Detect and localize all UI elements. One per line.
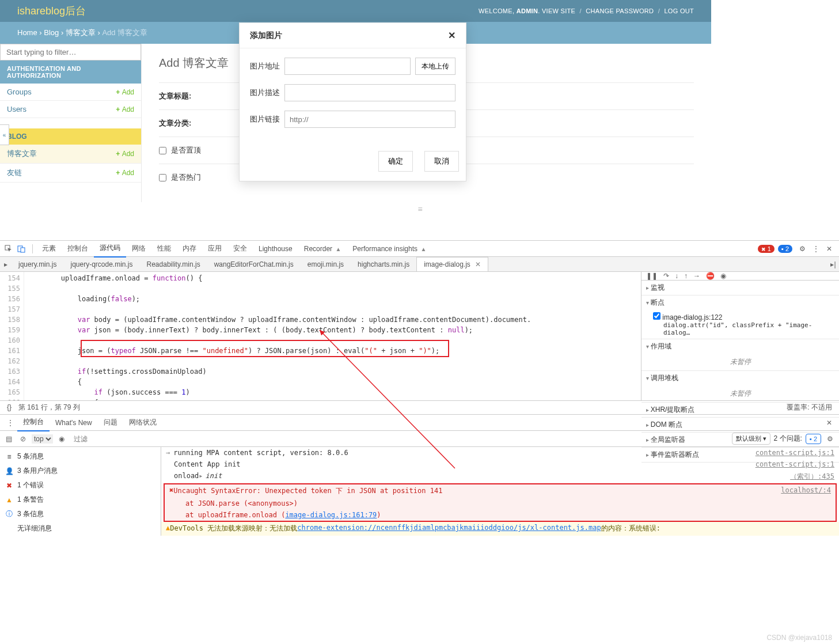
tab-sources[interactable]: 源代码 (94, 240, 126, 257)
add-group-link[interactable]: Add (116, 88, 134, 96)
watch-section[interactable]: 监视 (641, 281, 839, 295)
pause-exceptions-icon[interactable]: ◉ (720, 272, 726, 280)
source-link[interactable]: （索引）:435 (790, 472, 834, 482)
msg-filter-verbose[interactable]: 无详细消息 (0, 521, 161, 536)
sidebar-filter-input[interactable] (0, 44, 141, 60)
file-tab[interactable]: jquery-qrcode.min.js (63, 257, 139, 271)
console-filter-input[interactable] (70, 434, 105, 444)
drawer-more-icon[interactable]: ⋮ (3, 419, 17, 427)
logout-link[interactable]: LOG OUT (664, 7, 694, 14)
tab-console[interactable]: 控制台 (62, 240, 94, 257)
source-link[interactable]: localhost/:4 (781, 486, 831, 496)
field-title-label: 文章标题: (159, 91, 228, 101)
view-site-link[interactable]: VIEW SITE (542, 7, 575, 14)
add-link-link[interactable]: Add (116, 169, 134, 177)
code-editor[interactable]: 1541551561571581591601611621631641651661… (0, 272, 641, 400)
sidebar-item-groups: Groups Add (0, 84, 141, 101)
step-into-icon[interactable]: ↓ (675, 272, 678, 280)
image-addr-input[interactable] (284, 58, 411, 75)
tab-security[interactable]: 安全 (227, 240, 253, 257)
step-over-icon[interactable]: ↷ (663, 272, 669, 280)
breakpoints-section[interactable]: 断点 (641, 296, 839, 310)
msg-filter-all[interactable]: ≡5 条消息 (0, 449, 161, 464)
change-password-link[interactable]: CHANGE PASSWORD (586, 7, 654, 14)
file-tab[interactable]: Readability.min.js (140, 257, 207, 271)
tab-network[interactable]: 网络 (126, 240, 151, 257)
deactivate-bp-icon[interactable]: ⛔ (706, 272, 715, 280)
console-settings-icon[interactable]: ⚙ (825, 435, 836, 443)
eye-icon[interactable]: ◉ (56, 435, 67, 443)
issues-badge[interactable]: ▪ 2 (806, 434, 821, 444)
drawer-tab-whatsnew[interactable]: What's New (50, 415, 98, 430)
devtools-close-icon[interactable]: ✕ (823, 245, 836, 253)
file-nav-toggle-icon[interactable]: ▸ (0, 260, 12, 268)
header-user-tools: WELCOME, ADMIN. VIEW SITE / CHANGE PASSW… (479, 7, 694, 14)
file-tab[interactable]: highcharts.min.js (351, 257, 416, 271)
tab-lighthouse[interactable]: Lighthouse (253, 241, 298, 256)
msg-filter-warnings[interactable]: ▲1 条警告 (0, 493, 161, 507)
msg-filter-errors[interactable]: ✖1 个错误 (0, 478, 161, 493)
bp-checkbox[interactable] (653, 312, 660, 320)
add-user-link[interactable]: Add (116, 105, 134, 113)
scope-section[interactable]: 作用域 (641, 339, 839, 354)
context-selector[interactable]: top (32, 434, 53, 444)
crumb-blog[interactable]: Blog (44, 28, 59, 37)
tab-insights[interactable]: Performance insights ▲ (347, 241, 432, 256)
tab-performance[interactable]: 性能 (151, 240, 177, 257)
clear-console-icon[interactable]: ⊘ (18, 435, 28, 443)
run-snippet-icon[interactable]: ▸| (827, 260, 839, 268)
pause-icon[interactable]: ❚❚ (646, 272, 658, 280)
resize-handle[interactable]: ≡ (142, 204, 700, 208)
file-tab[interactable]: jquery.min.js (12, 257, 63, 271)
drawer-tab-console[interactable]: 控制台 (17, 414, 50, 431)
drawer-tab-network[interactable]: 网络状况 (123, 414, 162, 431)
close-file-icon[interactable]: ✕ (475, 260, 481, 268)
crumb-home[interactable]: Home (17, 28, 37, 37)
source-link[interactable]: content-script.js:1 (756, 460, 834, 468)
tab-elements[interactable]: 元素 (36, 240, 62, 257)
msg-filter-info[interactable]: ⓘ3 条信息 (0, 507, 161, 521)
line-gutter: 1541551561571581591601611621631641651661… (0, 272, 24, 400)
expand-icon[interactable]: ▸ (199, 472, 203, 482)
image-desc-input[interactable] (284, 84, 455, 101)
settings-icon[interactable]: ⚙ (796, 245, 809, 253)
console-sidebar-toggle-icon[interactable]: ▤ (3, 435, 14, 443)
close-icon[interactable]: ✕ (448, 30, 455, 41)
inspect-icon[interactable] (3, 244, 14, 254)
cancel-button[interactable]: 取消 (424, 151, 459, 172)
file-tab-active[interactable]: image-dialog.js✕ (416, 257, 488, 271)
file-tab[interactable]: emoji.min.js (301, 257, 351, 271)
crumb-posts[interactable]: 博客文章 (66, 28, 96, 37)
step-icon[interactable]: → (693, 272, 700, 280)
source-link[interactable]: content-script.js:1 (756, 449, 834, 457)
device-toggle-icon[interactable] (16, 244, 26, 254)
tab-recorder[interactable]: Recorder ▲ (298, 241, 347, 256)
image-link-input[interactable] (284, 111, 455, 128)
image-link-label: 图片链接 (250, 114, 284, 124)
admin-sidebar: « AUTHENTICATION AND AUTHORIZATION Group… (0, 44, 142, 202)
site-title: ishareblog后台 (17, 4, 86, 18)
ext-link[interactable]: chrome-extension://ncennffkjdiamlpmcbajk… (297, 524, 601, 533)
drawer-tab-issues[interactable]: 问题 (98, 414, 123, 431)
more-icon[interactable]: ⋮ (809, 245, 823, 253)
bp-location[interactable]: image-dialog.js:122 (662, 313, 722, 321)
local-upload-button[interactable]: 本地上传 (415, 58, 455, 75)
add-post-link[interactable]: Add (116, 150, 134, 158)
error-count-badge[interactable]: 1 (758, 245, 775, 253)
file-tab[interactable]: wangEditorForChat.min.js (207, 257, 301, 271)
tab-application[interactable]: 应用 (202, 240, 227, 257)
dom-bp-section[interactable]: DOM 断点 (641, 418, 839, 432)
ok-button[interactable]: 确定 (378, 151, 413, 172)
log-level-selector[interactable]: 默认级别 ▾ (732, 433, 770, 445)
msg-filter-user[interactable]: 👤3 条用户消息 (0, 464, 161, 478)
callstack-section[interactable]: 调用堆栈 (641, 371, 839, 385)
step-out-icon[interactable]: ↑ (684, 272, 688, 280)
drawer-close-icon[interactable]: ✕ (823, 419, 836, 427)
msg-count-badge[interactable]: 2 (778, 245, 792, 253)
tab-memory[interactable]: 内存 (177, 240, 202, 257)
auth-section-header: AUTHENTICATION AND AUTHORIZATION (0, 60, 141, 84)
is-top-checkbox[interactable] (159, 147, 166, 154)
collapse-sidebar-button[interactable]: « (0, 124, 9, 145)
stack-link[interactable]: image-dialog.js:161:79 (285, 511, 377, 519)
is-hot-checkbox[interactable] (159, 174, 166, 181)
